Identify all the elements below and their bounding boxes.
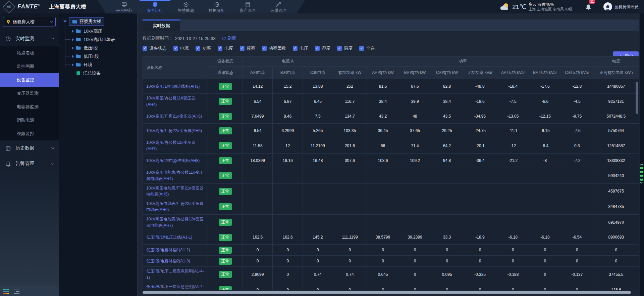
filter-checkbox-电流[interactable]: ✓电流 bbox=[173, 45, 189, 51]
tree-node-10kV高压电能表[interactable]: 10kV高压电能表 bbox=[65, 35, 137, 44]
nav-item-智慧能源[interactable]: 智慧能源 bbox=[170, 0, 201, 13]
device-name-link[interactable]: 10kV高压/1#电源进线柜(AH3) bbox=[143, 79, 208, 94]
site-selector[interactable]: 丽婴房大楼 bbox=[3, 17, 56, 27]
caret-right-icon[interactable] bbox=[72, 63, 74, 67]
device-name-link[interactable]: 低压I段/电容补偿1(A1-2) bbox=[143, 245, 208, 256]
device-name-link[interactable]: 10kV高压/厂房21#变压器(AH5) bbox=[143, 109, 208, 124]
value-cell: 103.35 bbox=[333, 124, 367, 138]
value-cell: 4587675 bbox=[593, 183, 639, 199]
device-name-link[interactable]: 低压I段/1#低压进线(A1-1) bbox=[143, 230, 208, 245]
filter-checkbox-功率[interactable]: ✓功率 bbox=[196, 45, 211, 51]
sidebar-item-变压器监测[interactable]: 变压器监测 bbox=[0, 87, 59, 100]
filter-checkbox-湿度[interactable]: ✓湿度 bbox=[315, 45, 330, 51]
table-header: 设备名称设备状态电流 A功率电度通讯状态A相电流B相电流C相电流有功功率 kWA… bbox=[143, 56, 639, 79]
value-cell: 11.2199 bbox=[303, 138, 333, 154]
filter-checkbox-全选[interactable]: ✓全选 bbox=[359, 45, 375, 51]
device-name-link[interactable]: 10kV高压电能表/厂房22#变压器电能表(AH6) bbox=[143, 199, 208, 214]
device-name-link[interactable]: 10kV高压电能表/厂房21#变压器电能表(AH5) bbox=[143, 183, 208, 199]
filter-checkbox-温度[interactable]: ✓温度 bbox=[337, 45, 353, 51]
device-name-link[interactable]: 10kV高压/办公楼12#变压器(AH7) bbox=[143, 138, 208, 154]
filter-checkbox-设备状态[interactable]: ✓设备状态 bbox=[143, 45, 167, 51]
device-name-link[interactable]: 10kV高压/2#电源进线柜(AH8) bbox=[143, 154, 208, 168]
value-cell: -12.15 bbox=[529, 109, 561, 124]
tree-root[interactable]: 丽婴房大楼 bbox=[63, 17, 137, 26]
value-cell: 0 bbox=[273, 267, 303, 282]
comm-status-cell: 正常 bbox=[208, 138, 243, 154]
value-cell: -18.9 bbox=[463, 230, 497, 245]
table-row: 低压I段/电容补偿2(A1-3)正常000000000000 bbox=[143, 256, 639, 267]
nav-item-资产管理[interactable]: 资产管理 bbox=[232, 0, 263, 13]
caret-down-icon[interactable] bbox=[63, 20, 67, 23]
tree-node-汇总设备[interactable]: 汇总设备 bbox=[65, 69, 137, 77]
filter-label: 电度 bbox=[224, 45, 233, 51]
value-cell: 64.2 bbox=[431, 138, 463, 154]
device-name-link[interactable]: 10kV高压/厂房22#变压器(AH6) bbox=[143, 124, 208, 138]
sidebar-item-站点看板[interactable]: 站点看板 bbox=[0, 46, 59, 60]
value-cell bbox=[399, 214, 431, 230]
value-cell: 39.2399 bbox=[399, 230, 431, 245]
caret-right-icon[interactable] bbox=[72, 55, 74, 58]
refresh-button[interactable]: 刷新 bbox=[222, 35, 236, 41]
tree-children: 10kV高压10kV高压电能表低压I段低压II段环境汇总设备 bbox=[65, 27, 137, 77]
sidebar-item-消防电源[interactable]: 消防电源 bbox=[0, 114, 59, 127]
value-cell: 48 bbox=[399, 109, 431, 124]
location-pin-icon bbox=[6, 19, 11, 24]
device-name-link[interactable]: 10kV高压/办公楼11#变压器(AH4) bbox=[143, 94, 208, 109]
device-name-link[interactable]: 10kV高压电能表/办公楼12#变压器电能表(AH7) bbox=[143, 214, 208, 230]
filter-checkbox-功率因数[interactable]: ✓功率因数 bbox=[262, 45, 286, 51]
sidebar-section-label: 实时监测 bbox=[15, 36, 47, 42]
window-scrollbar-thumb[interactable] bbox=[640, 164, 643, 183]
comm-status-cell: 正常 bbox=[208, 245, 243, 256]
refresh-time-label: 数据刷新时间： bbox=[143, 35, 173, 41]
sidebar-section-告警管理[interactable]: 告警管理 bbox=[0, 156, 59, 171]
chevron-down-icon bbox=[51, 146, 55, 150]
tree-node-低压II段[interactable]: 低压II段 bbox=[65, 52, 137, 60]
tree-node-label: 环境 bbox=[84, 62, 92, 68]
value-cell: 0 bbox=[593, 256, 639, 267]
tree-node-低压I段[interactable]: 低压I段 bbox=[65, 44, 137, 52]
sidebar-item-监控画面[interactable]: 监控画面 bbox=[0, 60, 59, 73]
sidebar-item-电容器监测[interactable]: 电容器监测 bbox=[0, 100, 59, 114]
tree-node-10kV高压[interactable]: 10kV高压 bbox=[65, 27, 137, 35]
horizontal-scrollbar[interactable] bbox=[143, 291, 631, 294]
caret-right-icon[interactable] bbox=[72, 46, 74, 50]
device-name-link[interactable]: 10kV高压电能表/办公楼11#变压器电能表(AH4) bbox=[143, 168, 208, 183]
app-grid-icon[interactable] bbox=[3, 289, 9, 294]
value-cell bbox=[529, 168, 561, 183]
value-cell: 18308332 bbox=[593, 154, 639, 168]
comm-status-cell: 正常 bbox=[208, 267, 243, 282]
device-name-link[interactable]: 低压I段/电容补偿2(A1-3) bbox=[143, 256, 208, 267]
nav-item-数据分析[interactable]: 数据分析 bbox=[201, 0, 232, 13]
tree-node-环境[interactable]: 环境 bbox=[65, 60, 137, 69]
sidebar-section-实时监测[interactable]: 实时监测 bbox=[0, 31, 59, 46]
nav-item-安全运行[interactable]: 安全运行 bbox=[140, 0, 170, 13]
sidebar-section-历史数据[interactable]: 历史数据 bbox=[0, 140, 59, 156]
caret-right-icon[interactable] bbox=[72, 38, 74, 41]
checkbox-checked-icon: ✓ bbox=[293, 46, 298, 51]
value-cell: 18.0399 bbox=[243, 154, 273, 168]
energy-icon bbox=[183, 2, 189, 7]
notifications-button[interactable]: 11 bbox=[583, 2, 593, 12]
tab-realtime-data[interactable]: 实时数据 bbox=[143, 19, 180, 31]
value-cell bbox=[497, 168, 529, 183]
value-cell: -8 bbox=[529, 154, 561, 168]
status-badge: 正常 bbox=[219, 83, 232, 90]
table-row: 低压I段/地下一层应急照明(A1-4-2)正常00000000000136.6 bbox=[143, 282, 639, 290]
filter-checkbox-电压[interactable]: ✓电压 bbox=[293, 45, 308, 51]
vertical-scrollbar-thumb[interactable] bbox=[636, 82, 638, 114]
sidebar-item-设备监控[interactable]: 设备监控 bbox=[0, 73, 59, 87]
nav-item-运维管理[interactable]: 运维管理 bbox=[263, 0, 294, 13]
device-name-link[interactable]: 低压I段/地下一层应急照明(A1-4-2) bbox=[143, 282, 208, 290]
nav-item-平台中心[interactable]: 平台中心 bbox=[109, 0, 140, 13]
user-menu[interactable]: 丽婴房管理员 bbox=[603, 2, 639, 11]
value-cell: 36.45 bbox=[367, 124, 399, 138]
caret-right-icon[interactable] bbox=[72, 30, 74, 33]
filter-checkbox-电度[interactable]: ✓电度 bbox=[218, 45, 233, 51]
sidebar-item-视频监控[interactable]: 视频监控 bbox=[0, 127, 59, 140]
collapse-menu-icon[interactable] bbox=[14, 290, 19, 294]
device-name-link[interactable]: 低压I段/地下二层应急照明(A1-4-1) bbox=[143, 267, 208, 282]
weather-location: 上海 上海城区 东南风 ≤3级 bbox=[529, 7, 573, 12]
comm-status-cell: 正常 bbox=[208, 124, 243, 138]
value-cell: 111.1199 bbox=[333, 230, 367, 245]
filter-checkbox-频率[interactable]: ✓频率 bbox=[240, 45, 255, 51]
